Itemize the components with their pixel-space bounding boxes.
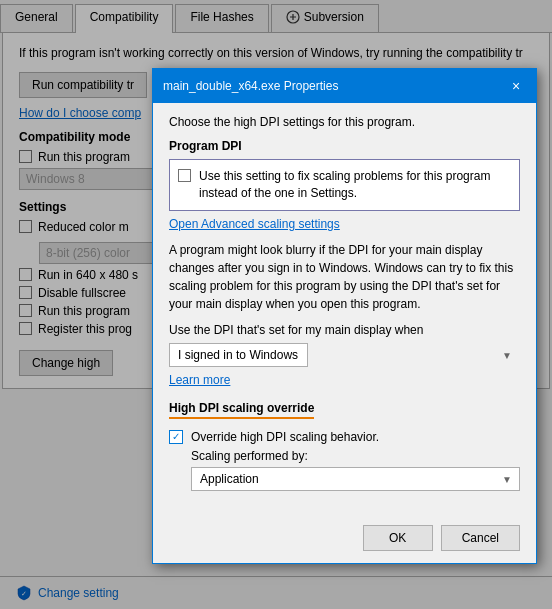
modal-info-text: A program might look blurry if the DPI f… <box>169 241 520 313</box>
scaling-performed-label: Scaling performed by: <box>191 449 520 463</box>
modal-dialog: main_double_x64.exe Properties × Choose … <box>152 68 537 564</box>
dpi-dropdown-wrapper: I signed in to Windows ▼ <box>169 343 520 367</box>
modal-footer: OK Cancel <box>153 515 536 563</box>
modal-title: main_double_x64.exe Properties <box>163 79 338 93</box>
override-section: High DPI scaling override ✓ Override hig… <box>169 401 520 492</box>
program-dpi-checkbox-text: Use this setting to fix scaling problems… <box>199 168 511 202</box>
override-checkbox-row: ✓ Override high DPI scaling behavior. <box>169 429 520 446</box>
modal-body: Choose the high DPI settings for this pr… <box>153 103 536 515</box>
ok-button[interactable]: OK <box>363 525 433 551</box>
open-scaling-link[interactable]: Open Advanced scaling settings <box>169 217 340 231</box>
modal-close-button[interactable]: × <box>506 76 526 96</box>
program-dpi-checkbox-area: Use this setting to fix scaling problems… <box>169 159 520 211</box>
learn-more-link[interactable]: Learn more <box>169 373 520 387</box>
override-section-title: High DPI scaling override <box>169 401 314 419</box>
modal-main-label: Choose the high DPI settings for this pr… <box>169 115 520 129</box>
checkbox-check-icon: ✓ <box>172 431 180 442</box>
program-dpi-checkbox[interactable] <box>178 169 191 182</box>
dpi-when-label: Use the DPI that's set for my main displ… <box>169 323 520 337</box>
app-dropdown-wrapper: Application System System (Enhanced) ▼ <box>191 467 520 491</box>
dpi-dropdown-arrow-icon: ▼ <box>502 349 512 360</box>
modal-titlebar: main_double_x64.exe Properties × <box>153 69 536 103</box>
cancel-button[interactable]: Cancel <box>441 525 520 551</box>
dpi-dropdown[interactable]: I signed in to Windows <box>169 343 308 367</box>
override-checkbox[interactable]: ✓ <box>169 430 183 444</box>
override-checkbox-text: Override high DPI scaling behavior. <box>191 429 379 446</box>
program-dpi-label: Program DPI <box>169 139 520 153</box>
app-dropdown[interactable]: Application System System (Enhanced) <box>191 467 520 491</box>
